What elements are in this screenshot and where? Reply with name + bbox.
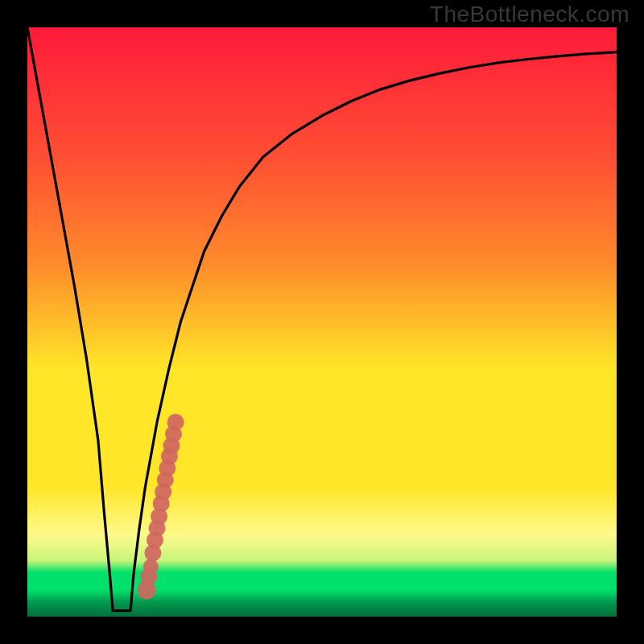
svg-point-3 xyxy=(143,559,159,574)
watermark-text: TheBottleneck.com xyxy=(430,2,630,27)
svg-point-15 xyxy=(167,414,184,431)
svg-rect-19 xyxy=(617,0,644,644)
chart-frame: TheBottleneck.com xyxy=(0,0,644,644)
svg-rect-18 xyxy=(0,0,27,644)
svg-rect-17 xyxy=(0,617,644,644)
bottleneck-chart xyxy=(0,0,644,644)
